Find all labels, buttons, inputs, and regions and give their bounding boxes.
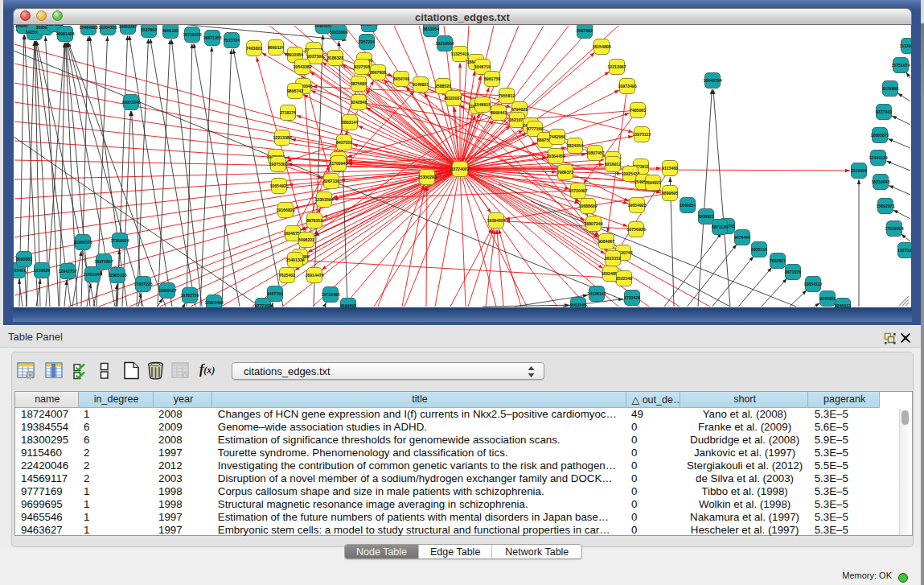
- svg-text:1046710: 1046710: [474, 64, 491, 69]
- svg-text:9242848: 9242848: [351, 100, 367, 105]
- svg-text:1156829: 1156829: [34, 268, 50, 273]
- svg-text:9327506: 9327506: [307, 54, 323, 59]
- svg-text:5498222: 5498222: [298, 237, 314, 242]
- svg-text:1733426: 1733426: [624, 295, 640, 300]
- svg-text:8186328: 8186328: [327, 56, 343, 60]
- svg-text:10975867: 10975867: [94, 259, 113, 264]
- svg-text:10654112: 10654112: [804, 282, 823, 286]
- svg-text:7463822: 7463822: [246, 46, 262, 51]
- svg-text:9899695: 9899695: [662, 191, 678, 196]
- svg-text:6961758: 6961758: [484, 76, 500, 81]
- svg-text:20091406: 20091406: [55, 31, 74, 36]
- svg-text:15300293: 15300293: [417, 175, 436, 179]
- svg-text:10688609: 10688609: [578, 204, 597, 208]
- svg-text:9084067: 9084067: [598, 239, 614, 244]
- svg-text:9115460: 9115460: [662, 166, 678, 171]
- svg-text:8322037: 8322037: [446, 96, 462, 101]
- svg-text:10654925: 10654925: [269, 183, 288, 188]
- svg-text:6966160: 6966160: [162, 28, 179, 33]
- svg-text:19218506: 19218506: [435, 41, 454, 46]
- svg-text:7694021: 7694021: [645, 180, 661, 185]
- svg-text:10756928: 10756928: [626, 227, 645, 232]
- svg-text:17016504: 17016504: [885, 226, 903, 231]
- svg-text:16914479: 16914479: [305, 273, 323, 278]
- svg-text:15751074: 15751074: [891, 63, 910, 68]
- svg-text:11120047: 11120047: [900, 43, 911, 48]
- svg-text:12942737: 12942737: [58, 269, 76, 274]
- svg-text:8427552: 8427552: [336, 140, 352, 145]
- svg-text:11720744: 11720744: [360, 25, 379, 27]
- svg-text:1167534: 1167534: [897, 248, 911, 253]
- svg-text:12444139: 12444139: [869, 155, 887, 160]
- svg-text:15716485: 15716485: [321, 292, 339, 297]
- svg-text:9245013: 9245013: [835, 303, 851, 307]
- svg-text:3915401: 3915401: [14, 268, 26, 273]
- svg-text:1640954: 1640954: [680, 203, 696, 208]
- svg-text:19654923: 19654923: [627, 203, 646, 208]
- svg-text:9463546: 9463546: [570, 303, 586, 307]
- svg-text:2588520: 2588520: [435, 84, 451, 89]
- svg-text:2935114: 2935114: [751, 247, 767, 252]
- svg-text:2667608: 2667608: [370, 70, 386, 75]
- svg-text:3215955: 3215955: [851, 168, 867, 173]
- svg-text:10653267: 10653267: [118, 25, 137, 29]
- svg-text:2718176: 2718176: [280, 110, 296, 115]
- svg-text:11700943: 11700943: [330, 161, 348, 166]
- svg-text:11325419: 11325419: [451, 51, 470, 56]
- svg-text:10807457: 10807457: [585, 150, 604, 155]
- svg-text:9129966: 9129966: [882, 86, 898, 91]
- svg-text:9146821: 9146821: [413, 82, 429, 87]
- svg-text:15464993: 15464993: [79, 25, 97, 30]
- svg-text:15401334: 15401334: [285, 257, 304, 262]
- svg-text:19166829: 19166829: [276, 208, 294, 212]
- svg-text:17957225: 17957225: [133, 282, 152, 286]
- svg-text:12905135: 12905135: [108, 273, 126, 278]
- svg-text:6794028: 6794028: [511, 107, 528, 112]
- svg-text:8813054: 8813054: [423, 27, 439, 31]
- svg-text:11451944: 11451944: [84, 272, 102, 277]
- svg-text:1527602: 1527602: [141, 27, 157, 32]
- svg-text:19075302: 19075302: [269, 162, 287, 167]
- svg-text:7357224: 7357224: [359, 39, 375, 44]
- svg-text:18724007: 18724007: [450, 167, 469, 171]
- svg-text:3875685: 3875685: [351, 81, 367, 86]
- svg-text:8660124: 8660124: [268, 45, 284, 50]
- svg-text:8471676: 8471676: [785, 270, 801, 274]
- svg-text:7632621: 7632621: [770, 258, 786, 263]
- svg-text:7485063: 7485063: [630, 108, 646, 113]
- svg-text:9777169: 9777169: [255, 303, 271, 307]
- svg-text:8878352: 8878352: [306, 218, 322, 223]
- svg-text:12093872: 12093872: [870, 133, 889, 138]
- svg-text:7515524: 7515524: [224, 38, 240, 43]
- svg-text:2522540: 2522540: [616, 276, 632, 281]
- svg-text:9327508: 9327508: [354, 64, 370, 69]
- svg-text:9245652: 9245652: [819, 296, 836, 301]
- svg-text:8267130: 8267130: [323, 179, 339, 183]
- svg-text:10719155: 10719155: [183, 32, 201, 37]
- svg-text:1615152: 1615152: [605, 256, 621, 261]
- svg-text:2087682: 2087682: [577, 28, 593, 33]
- svg-text:16033809: 16033809: [329, 30, 347, 35]
- svg-text:16210643: 16210643: [871, 179, 889, 184]
- svg-text:1546015: 1546015: [474, 102, 491, 107]
- svg-text:12213389: 12213389: [273, 135, 291, 140]
- svg-text:14136141: 14136141: [587, 291, 606, 296]
- svg-text:7625402: 7625402: [279, 273, 295, 278]
- svg-text:19484553: 19484553: [314, 25, 332, 28]
- svg-text:9457791: 9457791: [267, 291, 283, 296]
- svg-text:6871120: 6871120: [712, 225, 728, 229]
- svg-text:8990061: 8990061: [16, 257, 32, 262]
- svg-text:9777169: 9777169: [527, 126, 543, 131]
- svg-text:3824554: 3824554: [567, 143, 583, 148]
- svg-text:16782759: 16782759: [180, 293, 199, 298]
- svg-text:16154808: 16154808: [592, 44, 610, 49]
- svg-text:12213967: 12213967: [607, 64, 626, 69]
- svg-text:7986372: 7986372: [557, 170, 573, 175]
- svg-text:9699695: 9699695: [340, 303, 356, 307]
- svg-text:8912954: 8912954: [287, 52, 303, 57]
- svg-text:7955812: 7955812: [499, 93, 515, 98]
- svg-text:11204223: 11204223: [99, 25, 117, 30]
- svg-text:20364456: 20364456: [546, 154, 565, 159]
- svg-text:6216012: 6216012: [605, 162, 621, 167]
- svg-text:5938923: 5938923: [698, 214, 714, 219]
